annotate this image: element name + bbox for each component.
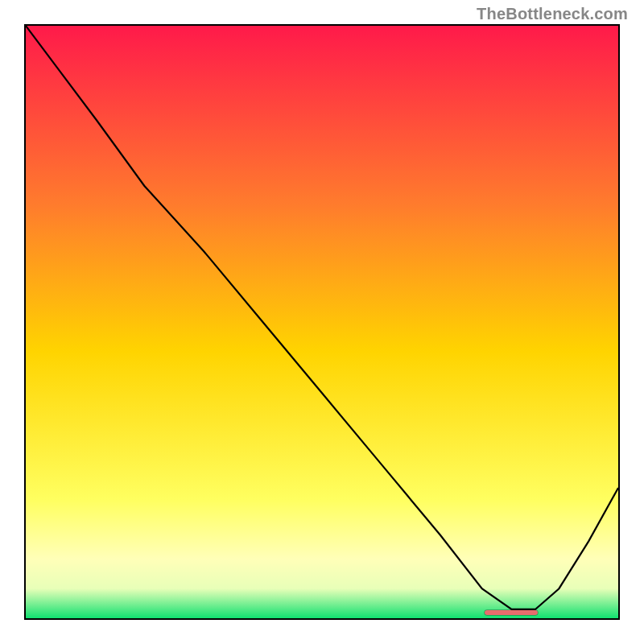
bottleneck-curve xyxy=(26,26,618,609)
curve-layer xyxy=(26,26,618,618)
optimal-region-marker xyxy=(485,610,539,615)
plot-frame xyxy=(24,24,620,620)
chart-container: TheBottleneck.com xyxy=(0,0,644,644)
attribution-label: TheBottleneck.com xyxy=(477,5,628,23)
